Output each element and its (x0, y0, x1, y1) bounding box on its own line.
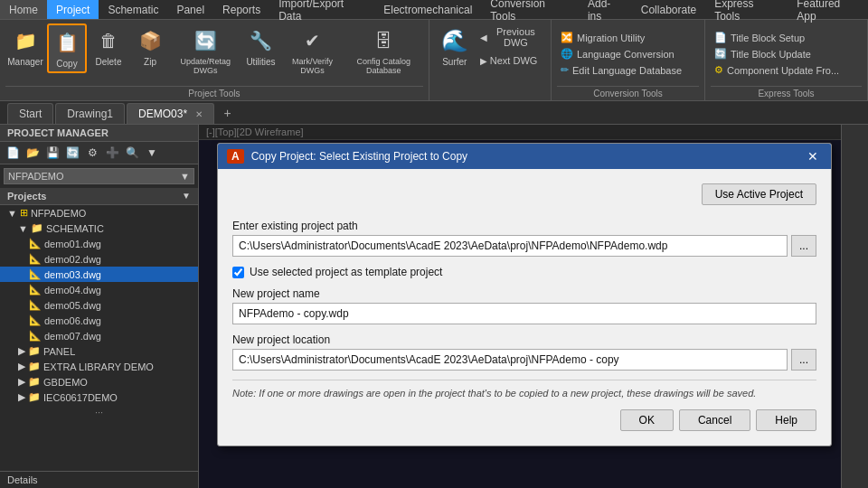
tab-demo03[interactable]: DEMO03* ✕ (127, 103, 214, 124)
cancel-button[interactable]: Cancel (679, 409, 750, 431)
ribbon-edit-language-db[interactable]: ✏ Edit Language Database (557, 62, 699, 78)
folder-icon-gbdemo: 📁 (28, 376, 41, 388)
tree-item-extra-lib[interactable]: ▶ 📁 EXTRA LIBRARY DEMO (0, 359, 198, 374)
panel-toolbar: 📄 📂 💾 🔄 ⚙ ➕ 🔍 ▼ (0, 142, 198, 164)
panel-tool-save[interactable]: 💾 (43, 144, 61, 162)
ribbon-btn-prev-dwg[interactable]: ◀ Previous DWG (476, 23, 545, 51)
conversion-tools-label: Conversion Tools (557, 86, 699, 99)
ribbon-btn-update-retag[interactable]: 🔄 Update/Retag DWGs (172, 23, 240, 78)
ribbon-btn-utilities[interactable]: 🔧 Utilities (241, 23, 281, 70)
menu-bar: Home Project Schematic Panel Reports Imp… (0, 0, 868, 20)
update-retag-icon: 🔄 (191, 26, 220, 55)
new-location-browse-button[interactable]: ... (791, 349, 816, 371)
panel-tool-new[interactable]: 📄 (4, 144, 22, 162)
tree-item-demo02[interactable]: 📐 demo02.dwg (0, 251, 198, 267)
tree-item-iec[interactable]: ▶ 📁 IEC60617DEMO (0, 389, 198, 405)
ribbon-title-block-setup[interactable]: 📄 Title Block Setup (711, 30, 862, 45)
menu-electromechanical[interactable]: Electromechanical (374, 0, 481, 19)
expand-icon-extra: ▶ (18, 361, 25, 372)
component-update-icon: ⚙ (714, 64, 723, 76)
tree-item-demo01[interactable]: 📐 demo01.dwg (0, 236, 198, 251)
menu-add-ins[interactable]: Add-ins (579, 0, 632, 19)
ribbon-conversion-tools: 🔀 Migration Utility 🌐 Language Conversio… (552, 20, 705, 100)
existing-path-browse-button[interactable]: ... (791, 235, 816, 257)
menu-home[interactable]: Home (0, 0, 47, 19)
tree-item-demo05[interactable]: 📐 demo05.dwg (0, 297, 198, 313)
dialog-close-button[interactable]: ✕ (804, 149, 822, 164)
tab-close-demo03[interactable]: ✕ (195, 109, 203, 119)
dialog-checkbox-row: Use selected project as template project (232, 266, 816, 278)
utilities-icon: 🔧 (247, 26, 276, 55)
dialog-title-left: A Copy Project: Select Existing Project … (227, 149, 467, 164)
left-panel: PROJECT MANAGER 📄 📂 💾 🔄 ⚙ ➕ 🔍 ▼ NFPADEMO… (0, 125, 199, 488)
panel-tool-search[interactable]: 🔍 (123, 144, 141, 162)
ribbon-btn-next-dwg[interactable]: ▶ Next DWG (476, 52, 545, 69)
ribbon-btn-zip[interactable]: 📦 Zip (130, 23, 170, 70)
project-dropdown[interactable]: NFPADEMO ▼ (4, 168, 194, 184)
ribbon-migration-utility[interactable]: 🔀 Migration Utility (557, 30, 699, 45)
title-block-setup-icon: 📄 (714, 32, 727, 43)
tab-start[interactable]: Start (7, 103, 53, 124)
tree-area[interactable]: ▼ ⊞ NFPADEMO ▼ 📁 SCHEMATIC 📐 demo01.dwg … (0, 205, 198, 471)
ribbon-btn-manager[interactable]: 📁 Manager (5, 23, 45, 70)
ribbon-component-update[interactable]: ⚙ Component Update Fro... (711, 62, 862, 78)
panel-tool-properties[interactable]: ⚙ (83, 144, 101, 162)
use-active-project-button[interactable]: Use Active Project (702, 183, 816, 205)
tree-item-schematic[interactable]: ▼ 📁 SCHEMATIC (0, 221, 198, 236)
delete-icon: 🗑 (94, 26, 123, 55)
dialog-new-location-row: New project location ... (232, 333, 816, 371)
menu-express-tools[interactable]: Express Tools (705, 0, 788, 19)
tree-item-demo03[interactable]: 📐 demo03.dwg (0, 267, 198, 282)
details-panel: Details (0, 471, 198, 488)
ribbon-title-block-update[interactable]: 🔄 Title Block Update (711, 46, 862, 61)
ribbon-btn-surfer[interactable]: 🌊 Surfer (435, 23, 475, 70)
dialog-icon: A (227, 149, 244, 164)
ribbon-btn-delete[interactable]: 🗑 Delete (89, 23, 128, 70)
menu-panel[interactable]: Panel (167, 0, 213, 19)
ribbon-btn-mark-verify[interactable]: ✔ Mark/Verify DWGs (283, 23, 343, 78)
menu-reports[interactable]: Reports (213, 0, 269, 19)
express-tools-label: Express Tools (711, 86, 862, 99)
panel-tool-add[interactable]: ➕ (103, 144, 121, 162)
center-viewport: [-][Top][2D Wireframe] A Copy Project: S… (199, 125, 841, 488)
dialog-body: Use Active Project Enter existing projec… (218, 169, 831, 446)
tab-drawing1[interactable]: Drawing1 (55, 103, 125, 124)
new-location-input[interactable] (232, 349, 788, 371)
template-project-checkbox[interactable] (232, 267, 244, 278)
ok-button[interactable]: OK (620, 409, 674, 431)
panel-tool-filter[interactable]: ▼ (143, 144, 161, 162)
tree-item-nfpademo[interactable]: ▼ ⊞ NFPADEMO (0, 205, 198, 221)
help-button[interactable]: Help (756, 409, 816, 431)
dialog-top-actions: Use Active Project (232, 183, 816, 214)
menu-conversion-tools[interactable]: Conversion Tools (481, 0, 579, 19)
tree-item-demo07[interactable]: 📐 demo07.dwg (0, 328, 198, 343)
tree-item-gbdemo[interactable]: ▶ 📁 GBDEMO (0, 374, 198, 389)
panel-tool-open[interactable]: 📂 (24, 144, 42, 162)
menu-import-export[interactable]: Import/Export Data (269, 0, 374, 19)
tree-item-demo06[interactable]: 📐 demo06.dwg (0, 313, 198, 328)
menu-project[interactable]: Project (47, 0, 99, 19)
expand-icon-gbdemo: ▶ (18, 376, 25, 388)
menu-collaborate[interactable]: Collaborate (632, 0, 705, 19)
existing-path-input[interactable] (232, 235, 788, 257)
ribbon-express-tools: 📄 Title Block Setup 🔄 Title Block Update… (705, 20, 868, 100)
new-location-label: New project location (232, 333, 816, 346)
tree-item-panel[interactable]: ▶ 📁 PANEL (0, 343, 198, 359)
panel-tool-refresh[interactable]: 🔄 (63, 144, 81, 162)
ribbon-btn-config-catalog[interactable]: 🗄 Config Catalog Database (344, 23, 423, 78)
prev-dwg-icon: ◀ (480, 33, 487, 42)
menu-schematic[interactable]: Schematic (99, 0, 167, 19)
new-name-input[interactable] (232, 303, 816, 324)
existing-path-input-row: ... (232, 235, 816, 257)
ribbon-buttons: 📁 Manager 📋 Copy 🗑 Delete 📦 Zip 🔄 Update… (5, 23, 423, 84)
dialog-buttons: OK Cancel Help (232, 409, 816, 431)
ribbon-language-conversion[interactable]: 🌐 Language Conversion (557, 46, 699, 61)
drawing-icon-6: 📐 (29, 314, 42, 326)
ribbon: 📁 Manager 📋 Copy 🗑 Delete 📦 Zip 🔄 Update… (0, 20, 868, 101)
menu-featured-app[interactable]: Featured App (788, 0, 868, 19)
folder-icon-extra: 📁 (28, 361, 41, 372)
dialog-title-text: Copy Project: Select Existing Project to… (251, 150, 467, 163)
tree-item-demo04[interactable]: 📐 demo04.dwg (0, 282, 198, 297)
ribbon-btn-copy[interactable]: 📋 Copy (47, 23, 87, 73)
tab-add[interactable]: + (216, 102, 238, 124)
